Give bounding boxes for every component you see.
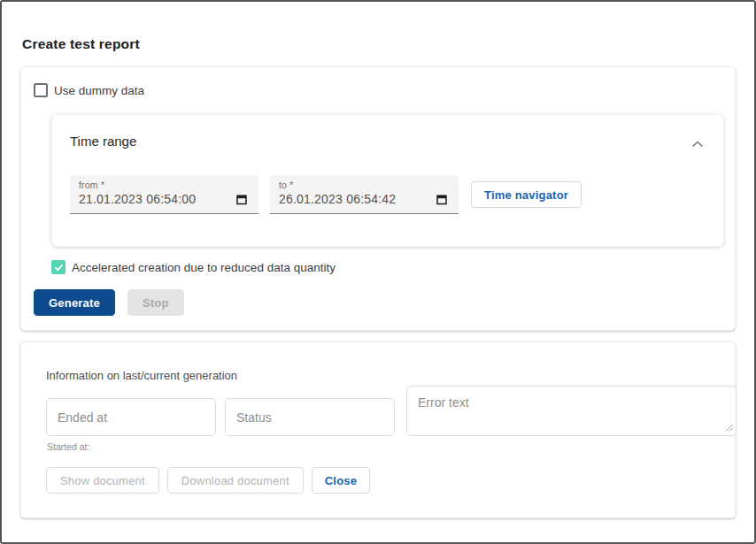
- error-text-wrap: [406, 386, 737, 436]
- calendar-icon[interactable]: [436, 194, 447, 205]
- time-range-header: Time range: [70, 134, 706, 152]
- chevron-up-icon: [691, 141, 704, 148]
- time-range-fields: from * 21.01.2023 06:54:00 to * 26.01.20…: [70, 175, 706, 214]
- use-dummy-data-row: Use dummy data: [34, 83, 722, 97]
- info-fields-row: [46, 386, 722, 436]
- accelerated-creation-label: Accelerated creation due to reduced data…: [72, 261, 336, 274]
- collapse-panel-button[interactable]: [690, 135, 706, 152]
- download-document-button[interactable]: Download document: [167, 467, 304, 494]
- time-range-title: Time range: [70, 134, 136, 149]
- show-document-button[interactable]: Show document: [46, 467, 159, 494]
- generate-button[interactable]: Generate: [34, 289, 115, 316]
- calendar-icon[interactable]: [236, 194, 247, 205]
- generation-actions: Generate Stop: [34, 289, 722, 316]
- use-dummy-data-label: Use dummy data: [54, 84, 144, 97]
- stop-button[interactable]: Stop: [127, 289, 184, 316]
- report-form-card: Use dummy data Time range from * 21.01.2…: [20, 66, 736, 331]
- accelerated-creation-checkbox[interactable]: [51, 260, 66, 274]
- status-input[interactable]: [225, 398, 395, 436]
- checkmark-icon: [54, 264, 64, 272]
- from-field-label: from *: [79, 180, 250, 190]
- close-button[interactable]: Close: [312, 467, 370, 494]
- page-title: Create test report: [22, 36, 754, 52]
- from-datetime-field[interactable]: from * 21.01.2023 06:54:00: [70, 175, 258, 214]
- started-at-label: Started at:: [47, 441, 722, 452]
- info-section-heading: Information on last/current generation: [46, 369, 722, 382]
- accelerated-creation-row: Accelerated creation due to reduced data…: [51, 260, 722, 274]
- time-range-panel: Time range from * 21.01.2023 06:54:00: [51, 114, 724, 247]
- use-dummy-data-checkbox[interactable]: [34, 83, 48, 97]
- from-field-value: 21.01.2023 06:54:00: [79, 192, 196, 206]
- generation-info-card: Information on last/current generation S…: [20, 341, 736, 518]
- to-field-value: 26.01.2023 06:54:42: [279, 192, 396, 206]
- time-navigator-button[interactable]: Time navigator: [471, 181, 582, 208]
- ended-at-input[interactable]: [46, 398, 216, 436]
- to-field-label: to *: [279, 180, 450, 190]
- error-text-textarea[interactable]: [406, 386, 737, 436]
- document-actions: Show document Download document Close: [46, 467, 710, 494]
- create-test-report-dialog: { "window": { "title": "Create test repo…: [0, 0, 756, 544]
- to-datetime-field[interactable]: to * 26.01.2023 06:54:42: [270, 175, 459, 214]
